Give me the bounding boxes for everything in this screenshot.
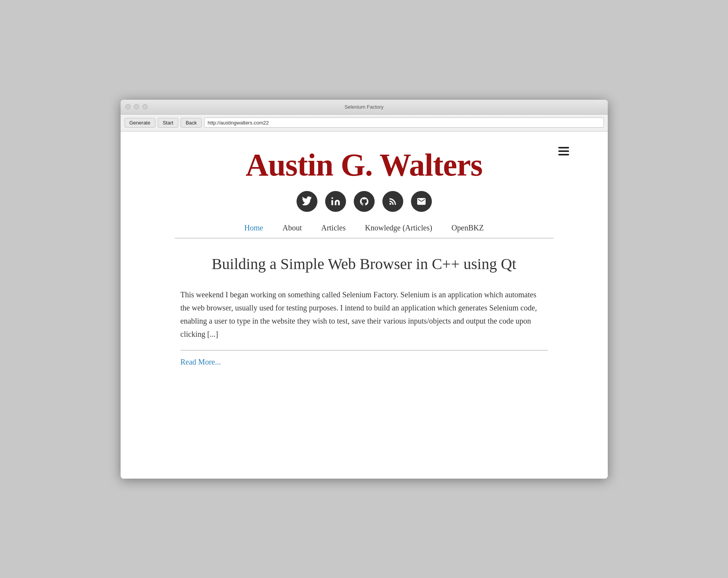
browser-window: Selenium Factory Generate Start Back Aus… [121, 100, 608, 479]
hamburger-menu[interactable] [558, 147, 569, 155]
title-bar: Selenium Factory [121, 100, 608, 114]
email-icon[interactable] [411, 191, 432, 212]
nav-articles[interactable]: Articles [321, 223, 346, 232]
navigation: Home About Articles Knowledge (Articles)… [175, 223, 554, 239]
maximize-button[interactable] [142, 104, 148, 109]
article-body: This weekend I began working on somethin… [181, 288, 548, 341]
url-input[interactable] [204, 118, 604, 128]
generate-button[interactable]: Generate [124, 118, 155, 128]
site-title-section: Austin G. Walters [175, 131, 554, 191]
hamburger-line-2 [558, 150, 569, 152]
close-button[interactable] [125, 104, 131, 109]
linkedin-icon[interactable] [325, 191, 346, 212]
nav-knowledge[interactable]: Knowledge (Articles) [365, 223, 432, 232]
back-button[interactable]: Back [181, 118, 202, 128]
read-more-link[interactable]: Read More... [181, 350, 548, 367]
rss-icon[interactable] [382, 191, 403, 212]
social-icons [175, 191, 554, 212]
page: Austin G. Walters [152, 131, 577, 390]
start-button[interactable]: Start [158, 118, 178, 128]
svg-point-0 [331, 197, 333, 199]
browser-content[interactable]: Austin G. Walters [121, 131, 608, 479]
nav-openbkz[interactable]: OpenBKZ [452, 223, 484, 232]
nav-home[interactable]: Home [244, 223, 263, 232]
article: Building a Simple Web Browser in C++ usi… [175, 239, 554, 367]
twitter-icon[interactable] [297, 191, 317, 212]
hamburger-line-1 [558, 147, 569, 148]
window-controls [125, 104, 148, 109]
github-icon[interactable] [354, 191, 375, 212]
article-title: Building a Simple Web Browser in C++ usi… [175, 254, 554, 274]
site-title: Austin G. Walters [175, 147, 554, 183]
toolbar: Generate Start Back [121, 114, 608, 131]
window-title: Selenium Factory [344, 104, 384, 110]
nav-about[interactable]: About [283, 223, 302, 232]
hamburger-line-3 [558, 154, 569, 155]
minimize-button[interactable] [134, 104, 139, 109]
